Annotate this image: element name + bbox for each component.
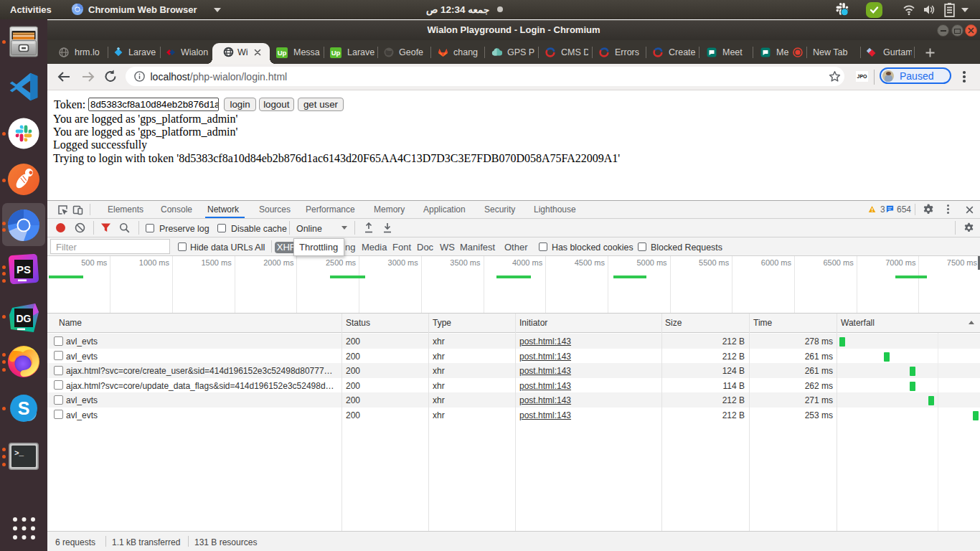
svg-text:PS: PS: [17, 263, 31, 276]
svg-text:>_: >_: [14, 449, 24, 458]
svg-text:DG: DG: [17, 313, 32, 324]
svg-text:S: S: [18, 398, 30, 418]
